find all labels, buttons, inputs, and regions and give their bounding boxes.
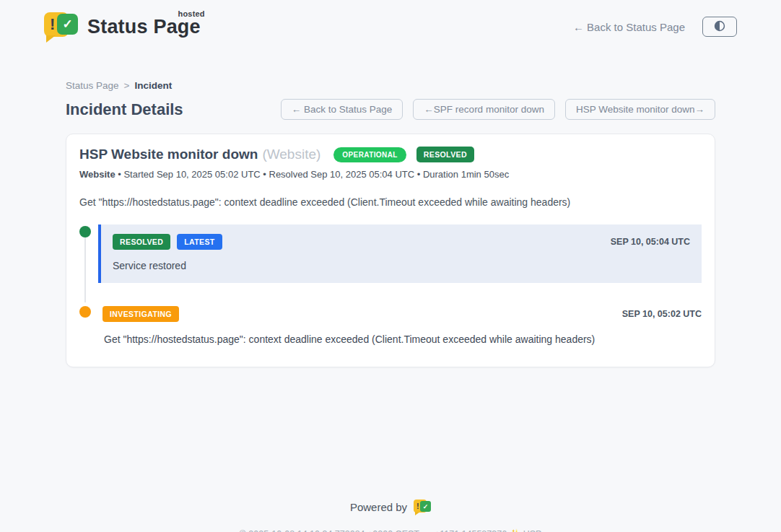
powered-by: Powered by ! ✓ — [0, 499, 781, 515]
timeline-dot-resolved — [79, 226, 91, 237]
incident-meta: Website • Started Sep 10, 2025 05:02 UTC… — [79, 169, 702, 180]
incident-card: HSP Website monitor down (Website) OPERA… — [66, 134, 715, 367]
update-header: RESOLVED LATEST SEP 10, 05:04 UTC — [113, 234, 690, 250]
logo-title: Status Page — [87, 16, 201, 38]
back-to-status-page-button[interactable]: ← Back to Status Page — [281, 99, 403, 120]
latest-update-box: RESOLVED LATEST SEP 10, 05:04 UTC Servic… — [98, 224, 702, 283]
bubble-tail — [415, 512, 420, 515]
next-incident-button[interactable]: HSP Website monitor down→ — [565, 99, 715, 120]
powered-by-label: Powered by — [350, 501, 407, 513]
breadcrumb-root[interactable]: Status Page — [66, 80, 119, 91]
meta-details: • Started Sep 10, 2025 05:02 UTC • Resol… — [115, 169, 510, 180]
update-header: INVESTIGATING SEP 10, 05:02 UTC — [102, 306, 702, 322]
timeline-dot-investigating — [79, 306, 91, 318]
header-right: ← Back to Status Page — [573, 17, 737, 37]
brand-logo[interactable]: ! ✓ Status Page hosted — [44, 11, 201, 43]
update-badges: INVESTIGATING — [102, 306, 179, 322]
update-message: Service restored — [113, 260, 690, 271]
status-page-logo-icon-small[interactable]: ! ✓ — [414, 499, 431, 515]
update-timestamp: SEP 10, 05:04 UTC — [611, 237, 690, 247]
operational-status-badge: OPERATIONAL — [333, 147, 406, 162]
breadcrumb-current: Incident — [134, 80, 172, 91]
resolved-status-badge: RESOLVED — [416, 147, 474, 162]
breadcrumb: Status Page>Incident — [66, 80, 715, 91]
check-icon: ✓ — [57, 14, 78, 35]
incident-description: Get "https://hostedstatus.page": context… — [79, 196, 702, 208]
incident-timeline: RESOLVED LATEST SEP 10, 05:04 UTC Servic… — [79, 224, 702, 345]
timeline-entry-content: INVESTIGATING SEP 10, 05:02 UTC Get "htt… — [98, 305, 702, 345]
page-title: Incident Details — [66, 100, 183, 119]
back-to-status-page-link[interactable]: ← Back to Status Page — [573, 21, 685, 33]
update-message: Get "https://hostedstatus.page": context… — [102, 333, 702, 345]
footer: Powered by ! ✓ © 2025-10-08 14:10:34.772… — [0, 499, 781, 532]
check-icon: ✓ — [420, 501, 431, 512]
theme-toggle-button[interactable] — [702, 17, 737, 37]
logo-text: Status Page hosted — [87, 16, 201, 38]
breadcrumb-separator: > — [124, 80, 130, 91]
incident-component: (Website) — [262, 147, 320, 162]
investigating-badge: INVESTIGATING — [102, 306, 179, 322]
update-badges: RESOLVED LATEST — [113, 234, 222, 250]
resolved-badge: RESOLVED — [113, 234, 170, 250]
timeline-entry-content: RESOLVED LATEST SEP 10, 05:04 UTC Servic… — [98, 224, 702, 283]
incident-title-row: HSP Website monitor down (Website) OPERA… — [79, 147, 702, 162]
meta-component: Website — [79, 169, 115, 180]
update-timestamp: SEP 10, 05:02 UTC — [622, 309, 702, 319]
title-row: Incident Details ← Back to Status Page ←… — [66, 99, 715, 120]
incident-title: HSP Website monitor down — [79, 147, 258, 162]
incident-nav-buttons: ← Back to Status Page ←SPF record monito… — [281, 99, 715, 120]
half-circle-icon — [713, 19, 726, 35]
main-container: Status Page>Incident Incident Details ← … — [66, 80, 715, 367]
copyright-line: © 2025-10-08 14:10:34.772084 +0200 CEST … — [0, 528, 781, 532]
logo-hosted-label: hosted — [178, 9, 205, 18]
status-page-logo-icon: ! ✓ — [44, 11, 79, 43]
header: ! ✓ Status Page hosted ← Back to Status … — [44, 0, 737, 43]
previous-incident-button[interactable]: ←SPF record monitor down — [413, 99, 555, 120]
latest-badge: LATEST — [177, 234, 222, 250]
bubble-tail — [46, 35, 56, 43]
timeline-entry-resolved: RESOLVED LATEST SEP 10, 05:04 UTC Servic… — [79, 224, 702, 283]
timeline-entry-investigating: INVESTIGATING SEP 10, 05:02 UTC Get "htt… — [79, 305, 702, 345]
